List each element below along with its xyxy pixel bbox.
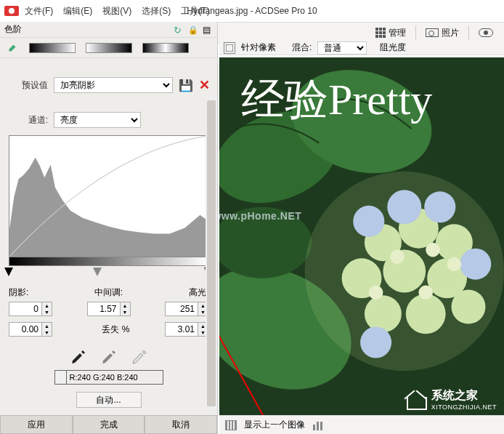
down-icon[interactable]: ▼ [42,309,52,316]
histogram-area [9,135,208,281]
prev-image-button[interactable]: 显示上一个图像 [244,419,305,431]
levels-slider[interactable] [9,268,208,281]
midtone-slider-handle[interactable] [93,268,102,276]
photos-mode-button[interactable]: 照片 [420,25,464,41]
delete-preset-icon[interactable]: ✕ [199,77,210,93]
separator [415,25,416,40]
menu-icon[interactable]: ▤ [203,25,213,35]
manage-label: 管理 [389,27,406,39]
view-mode-button[interactable] [473,26,498,39]
image-canvas[interactable]: 经验Pretty wwww.pHome.NET 系统之家 XITONGZHIJI… [219,57,504,415]
logo-main: 系统之家 [431,389,478,401]
midtone-value[interactable] [87,302,121,316]
histogram-gradient [9,257,208,266]
auto-button[interactable]: 自动... [76,392,142,408]
apply-button[interactable]: 应用 [0,415,73,434]
scrollbar-thumb[interactable] [207,100,216,406]
up-icon[interactable]: ▲ [42,323,52,329]
white-point-dropper[interactable] [131,348,148,366]
photos-label: 照片 [442,27,459,39]
midtone-input[interactable]: ▲▼ [87,302,131,316]
lose-label: 丢失 % [102,324,129,336]
opacity-label: 阻光度 [380,41,406,54]
pixel-target-button[interactable]: 针对像素 [241,41,276,54]
photo-icon [426,28,439,37]
menu-select[interactable]: 选择(S) [142,5,171,17]
bottom-bar: 显示上一个图像 [219,415,504,434]
panel-header: 色阶 ▤ [0,22,217,38]
rgb-swatch [55,371,67,384]
gradient-black-to-white[interactable] [29,43,76,53]
eyedropper-icon[interactable] [6,41,19,55]
logo-sub: XITONGZHIJIA.NET [431,403,497,411]
preset-select[interactable]: 加亮阴影 [54,77,173,93]
fit-icon[interactable] [224,42,235,54]
menu-view[interactable]: 视图(V) [102,5,131,17]
highlight-clip-input[interactable]: ▲▼ [165,322,208,337]
svg-point-21 [426,243,440,257]
image-toolbar: 针对像素 混合: 普通 阻光度 [219,41,504,55]
gradient-solarize[interactable] [142,43,189,53]
shadow-col: 阴影: ▲▼ [9,286,65,316]
window-title: Hydrangeas.jpg - ACDSee Pro 10 [187,6,317,16]
svg-point-14 [451,289,485,324]
svg-point-20 [390,250,405,265]
menu-edit[interactable]: 编辑(E) [63,5,92,17]
channel-label: 通道: [7,114,48,126]
sidebar-scrollbar[interactable] [206,95,217,412]
preset-label: 预设值 [7,79,48,92]
shadow-value[interactable] [9,302,42,316]
refresh-icon[interactable] [174,25,184,35]
overlay-text: 经验Pretty [241,71,497,129]
levels-panel: 色阶 ▤ 预设值 加亮阴影 💾 ✕ 通道: 亮度 [0,22,218,434]
gradient-presets-row [0,38,217,58]
up-icon[interactable]: ▲ [42,302,52,309]
shadow-label: 阴影: [9,286,28,299]
grid-icon [375,28,386,38]
shadow-clip-input[interactable]: ▲▼ [9,322,52,337]
done-button[interactable]: 完成 [73,415,145,434]
shadow-input[interactable]: ▲▼ [9,302,52,316]
svg-point-12 [365,295,402,332]
gradient-white-to-black[interactable] [86,43,132,53]
preset-row: 预设值 加亮阴影 💾 ✕ [0,73,217,97]
highlight-value[interactable] [165,302,198,316]
svg-point-13 [406,294,446,334]
down-icon[interactable]: ▼ [121,309,130,316]
shadow-slider-handle[interactable] [4,268,13,276]
cancel-button[interactable]: 取消 [145,415,217,434]
watermark-url: wwww.pHome.NET [219,210,301,222]
highlight-clip-value[interactable] [165,322,198,337]
eye-icon [479,28,493,37]
rgb-readout: R:240 G:240 B:240 [54,370,163,385]
up-icon[interactable]: ▲ [121,302,130,309]
highlight-input[interactable]: ▲▼ [165,302,208,316]
app-icon [4,6,19,16]
svg-point-15 [387,190,421,224]
save-preset-icon[interactable]: 💾 [179,79,193,92]
logo: 系统之家 XITONGZHIJIA.NET [404,388,497,411]
histogram-toggle-icon[interactable] [312,420,324,430]
rgb-text: R:240 G:240 B:240 [67,373,141,382]
clipping-row: ▲▼ 丢失 % ▲▼ [0,319,217,339]
shadow-clip-value[interactable] [9,322,42,337]
levels-values-row: 阴影: ▲▼ 中间调: ▲▼ 高光: ▲▼ [0,281,217,319]
histogram[interactable] [9,135,208,257]
svg-point-17 [353,206,384,237]
svg-point-22 [369,286,383,300]
black-point-dropper[interactable] [70,348,87,366]
blend-label: 混合: [292,41,312,54]
menu-file[interactable]: 文件(F) [25,5,53,17]
blend-select[interactable]: 普通 [317,41,367,55]
gray-point-dropper[interactable] [100,348,118,366]
filmstrip-icon[interactable] [225,420,237,430]
house-icon [404,390,427,410]
lock-icon[interactable] [188,25,198,35]
separator [468,25,469,40]
highlight-col: 高光: ▲▼ [152,286,208,316]
down-icon[interactable]: ▼ [42,329,52,336]
panel-title: 色阶 [4,23,22,36]
channel-select[interactable]: 亮度 [54,112,141,128]
manage-mode-button[interactable]: 管理 [370,25,411,41]
svg-point-19 [360,326,391,358]
